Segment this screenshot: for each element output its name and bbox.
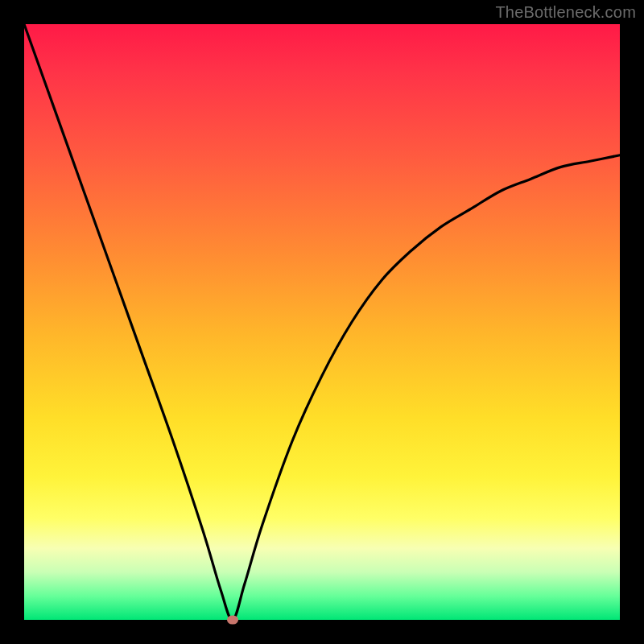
minimum-marker	[227, 616, 238, 625]
watermark-text: TheBottleneck.com	[495, 3, 636, 22]
chart-frame: TheBottleneck.com	[0, 0, 644, 644]
plot-area	[24, 24, 620, 620]
bottleneck-curve	[24, 24, 620, 620]
